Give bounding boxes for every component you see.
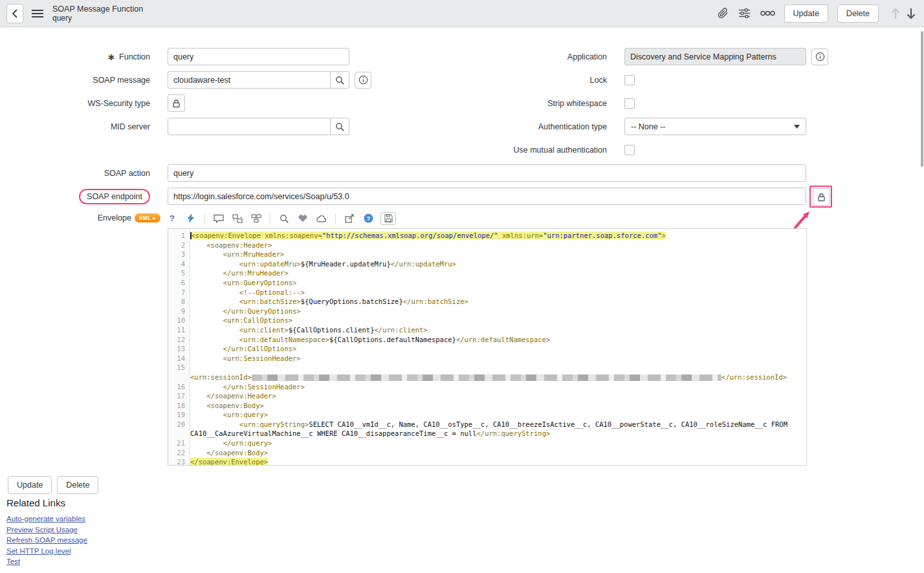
soap-endpoint-label: SOAP endpoint [87,192,142,201]
mid-server-search-button[interactable] [331,118,349,135]
favorite-icon[interactable] [296,212,309,225]
code-line[interactable]: 6 <urn:QueryOptions> [168,278,806,288]
soap-message-search-button[interactable] [331,71,349,89]
line-number: 18 [168,401,190,411]
code-line[interactable]: 21 </urn:query> [168,438,806,448]
code-line[interactable]: 17 </soapenv:Header> [168,391,806,401]
use-mutual-authentication-checkbox[interactable] [624,145,635,155]
save-icon[interactable] [380,212,396,225]
ws-security-lock-button[interactable] [168,94,185,112]
line-number: 14 [168,354,190,363]
form-row: SOAP message [0,71,371,89]
format-code-icon[interactable] [184,212,197,225]
search-icon [335,122,344,131]
assist-icon[interactable]: ? [362,212,375,225]
open-window-icon[interactable] [343,212,356,225]
xml-syntax-badge: XML ▸ [135,213,160,222]
code-line[interactable]: 2 <soapenv:Header> [168,241,806,250]
code-line[interactable]: 5 </urn:MruHeader> [168,268,806,278]
code-line[interactable]: 4 <urn:updateMru>${MruHeader.updateMru}<… [168,259,806,269]
soap-endpoint-input[interactable] [168,188,806,205]
vertical-scrollbar[interactable] [921,31,923,167]
code-line[interactable]: 22 </soapenv:Body> [168,448,806,458]
previous-record-icon [890,7,901,20]
strip-whitespace-checkbox[interactable] [624,98,635,109]
authentication-type-label: Authentication type [419,122,607,131]
attachment-icon[interactable] [718,8,729,19]
replace-all-icon[interactable] [250,212,263,225]
soap-action-label: SOAP action [0,169,150,178]
record-subtitle: query [52,14,143,23]
code-line[interactable]: 3 <urn:MruHeader> [168,250,806,259]
envelope-label: Envelope [98,213,131,222]
search-icon [335,76,344,85]
line-number: 19 [168,410,190,420]
back-button[interactable] [6,4,23,23]
required-icon: ∗ [107,54,115,60]
code-line[interactable]: 1<soapenv:Envelope xmlns:soapenv="http:/… [168,231,806,241]
related-link[interactable]: Set HTTP Log level [6,547,87,555]
soap-message-input[interactable] [168,71,331,89]
line-number: 9 [168,307,190,316]
code-line[interactable]: 7 <!--Optional:--> [168,288,806,297]
code-line[interactable]: 15<urn:sessionId></urn:sessionId> [168,363,806,382]
svg-text:?: ? [366,215,370,222]
related-link[interactable]: Refresh SOAP message [6,536,87,544]
code-line[interactable]: 18 <soapenv:Body> [168,401,806,411]
cloud-icon[interactable] [315,212,328,225]
next-record-icon[interactable] [906,7,916,20]
mid-server-input[interactable] [168,118,331,135]
code-line[interactable]: 12 <urn:defaultNamespace>${CallOptions.d… [168,335,806,345]
use-mutual-authentication-label: Use mutual authentication [419,146,607,155]
line-number: 11 [168,325,190,335]
update-button-footer[interactable]: Update [8,476,52,494]
toolbar-separator [270,213,270,224]
replace-icon[interactable] [231,212,244,225]
update-button-header[interactable]: Update [784,5,828,23]
form-row: MID server [0,118,349,135]
form-row: Authentication type -- None -- [419,118,806,135]
more-options-icon[interactable] [760,10,775,16]
related-link[interactable]: Auto-generate variables [6,515,87,523]
code-line[interactable]: 19 <urn:query> [168,410,806,420]
delete-button-header[interactable]: Delete [837,5,879,23]
lock-checkbox[interactable] [624,75,635,85]
line-number: 5 [168,268,190,278]
chevron-left-icon [12,9,18,18]
chevron-down-icon [794,125,800,129]
code-line[interactable]: 23</soapenv:Envelope> [168,457,806,466]
function-input[interactable] [168,48,349,65]
personalize-form-icon[interactable] [739,8,750,18]
line-number: 2 [168,241,190,250]
application-field: Discovery and Service Mapping Patterns [624,48,806,65]
info-icon [358,75,368,85]
code-line[interactable]: 10 <urn:CallOptions> [168,316,806,325]
code-line[interactable]: 9 </urn:QueryOptions> [168,307,806,316]
authentication-type-select[interactable]: -- None -- [624,118,806,135]
soap-action-input[interactable] [168,164,806,182]
context-menu-icon[interactable] [32,9,43,18]
code-line[interactable]: 20 <urn:queryString>SELECT CA10__vmId__c… [168,420,806,438]
function-label: ∗ Function [0,52,150,61]
code-line[interactable]: 8 <urn:batchSize>${QueryOptions.batchSiz… [168,297,806,307]
form-header: SOAP Message Function query Update Delet… [0,0,924,27]
code-line[interactable]: 16 </urn:SessionHeader> [168,382,806,392]
matching-tag-highlight: </soapenv:Envelope> [190,458,268,466]
related-link[interactable]: Preview Script Usage [6,526,87,534]
page-title: SOAP Message Function [52,5,143,14]
mid-server-label: MID server [0,122,150,131]
envelope-editor[interactable]: 1<soapenv:Envelope xmlns:soapenv="http:/… [168,228,807,466]
code-line[interactable]: 13 </urn:CallOptions> [168,344,806,354]
comment-icon[interactable] [212,212,225,225]
soap-message-help-button[interactable] [355,72,371,89]
line-number: 22 [168,448,190,458]
application-help-button[interactable] [811,49,828,65]
help-icon[interactable]: ? [166,212,179,225]
search-icon[interactable] [278,212,291,225]
delete-button-footer[interactable]: Delete [57,476,98,494]
code-line[interactable]: 14 <urn:SessionHeader> [168,354,806,363]
code-line[interactable]: 11 <urn:client>${CallOptions.client}</ur… [168,325,806,335]
related-link[interactable]: Test [6,557,87,565]
title-block: SOAP Message Function query [52,5,143,23]
footer-buttons: Update Delete [8,476,98,494]
